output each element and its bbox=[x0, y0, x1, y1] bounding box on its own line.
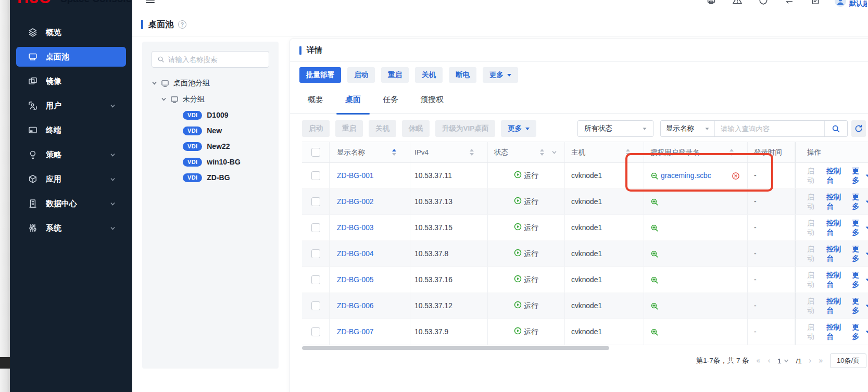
select-all-checkbox[interactable] bbox=[311, 148, 320, 157]
user-menu[interactable]: 默认超 bbox=[835, 0, 868, 8]
row-op-console[interactable]: 控制台 bbox=[826, 297, 845, 315]
alert-triangle-icon[interactable] bbox=[732, 0, 743, 5]
row-hibernate-button[interactable]: 休眠 bbox=[402, 120, 430, 137]
row-checkbox[interactable] bbox=[311, 197, 320, 206]
row-op-start[interactable]: 启动 bbox=[807, 167, 819, 185]
sort-icon[interactable] bbox=[626, 149, 630, 156]
sidebar-item-datacenter[interactable]: 数据中心 bbox=[16, 194, 126, 213]
row-op-console[interactable]: 控制台 bbox=[826, 271, 845, 289]
row-op-console[interactable]: 控制台 bbox=[826, 245, 845, 263]
tree-pool-item[interactable]: VDINew bbox=[142, 123, 279, 138]
collapse-users-icon[interactable] bbox=[650, 172, 659, 180]
row-op-more[interactable]: 更多 bbox=[852, 167, 868, 185]
tab-preauth[interactable]: 预授权 bbox=[420, 86, 444, 113]
status-filter-select[interactable]: 所有状态 bbox=[577, 120, 653, 137]
desktop-name-link[interactable]: ZD-BG-003 bbox=[337, 224, 374, 232]
row-op-start[interactable]: 启动 bbox=[807, 271, 819, 289]
filter-chevron-icon[interactable] bbox=[551, 149, 557, 155]
tree-node-group[interactable]: 未分组 bbox=[142, 91, 279, 107]
row-op-more[interactable]: 更多 bbox=[852, 323, 868, 342]
row-start-button[interactable]: 启动 bbox=[302, 120, 330, 137]
row-op-more[interactable]: 更多 bbox=[852, 297, 868, 315]
search-button[interactable] bbox=[824, 121, 847, 136]
sidebar-item-layers[interactable]: 概览 bbox=[16, 22, 126, 42]
shield-icon[interactable] bbox=[758, 0, 769, 5]
expand-users-icon[interactable] bbox=[650, 224, 659, 232]
sidebar-item-system[interactable]: 系统 bbox=[16, 218, 126, 238]
sort-icon[interactable] bbox=[392, 149, 396, 156]
refresh-button[interactable] bbox=[851, 120, 866, 137]
sidebar-item-app-cube[interactable]: 应用 bbox=[16, 169, 126, 189]
remove-user-icon[interactable] bbox=[732, 172, 740, 180]
tree-pool-item[interactable]: VDINew22 bbox=[142, 138, 279, 154]
help-icon[interactable]: ? bbox=[178, 20, 186, 29]
sidebar-item-terminal[interactable]: 终端 bbox=[16, 120, 126, 140]
row-op-more[interactable]: 更多 bbox=[852, 245, 868, 263]
tree-pool-item[interactable]: VDIZD-BG bbox=[142, 170, 279, 185]
upgrade-vip-button[interactable]: 升级为VIP桌面 bbox=[435, 120, 495, 137]
menu-collapse-icon[interactable] bbox=[146, 0, 155, 5]
row-op-more[interactable]: 更多 bbox=[852, 271, 868, 289]
expand-users-icon[interactable] bbox=[650, 250, 659, 258]
row-op-start[interactable]: 启动 bbox=[807, 323, 819, 342]
transfer-arrows-icon[interactable] bbox=[784, 0, 795, 5]
tree-search-input[interactable] bbox=[168, 56, 263, 64]
tree-node-root[interactable]: 桌面池分组 bbox=[142, 75, 279, 91]
row-checkbox[interactable] bbox=[311, 301, 320, 310]
sidebar-item-desktop-pool[interactable]: 桌面池 bbox=[16, 47, 126, 67]
shutdown-button[interactable]: 关机 bbox=[415, 67, 443, 83]
page-size-select[interactable]: 10条/页 bbox=[830, 353, 866, 368]
row-checkbox[interactable] bbox=[311, 327, 320, 336]
row-op-start[interactable]: 启动 bbox=[807, 297, 819, 315]
expand-users-icon[interactable] bbox=[650, 198, 659, 206]
row-op-more[interactable]: 更多 bbox=[852, 219, 868, 237]
tree-pool-item[interactable]: VDID1009 bbox=[142, 107, 279, 123]
desktop-name-link[interactable]: ZD-BG-001 bbox=[337, 172, 374, 180]
prev-page-button[interactable]: ‹ bbox=[768, 356, 771, 365]
tab-desktop[interactable]: 桌面 bbox=[345, 86, 361, 113]
chevron-down-icon[interactable] bbox=[152, 80, 157, 86]
tab-overview[interactable]: 概要 bbox=[308, 86, 323, 113]
row-shutdown-button[interactable]: 关机 bbox=[369, 120, 396, 137]
report-icon[interactable] bbox=[810, 0, 821, 5]
desktop-name-link[interactable]: ZD-BG-007 bbox=[337, 328, 374, 336]
sort-icon[interactable] bbox=[729, 149, 734, 156]
query-field-select[interactable]: 显示名称 bbox=[661, 121, 715, 136]
sidebar-item-image[interactable]: 镜像 bbox=[16, 71, 126, 91]
batch-deploy-button[interactable]: 批量部署 bbox=[299, 67, 341, 83]
horizontal-scrollbar[interactable] bbox=[302, 346, 609, 350]
row-op-console[interactable]: 控制台 bbox=[826, 219, 845, 237]
sort-icon[interactable] bbox=[470, 149, 474, 156]
expand-users-icon[interactable] bbox=[650, 302, 659, 310]
more-actions-button[interactable]: 更多 bbox=[483, 67, 518, 83]
tree-pool-item[interactable]: VDIwin10-BG bbox=[142, 154, 279, 170]
row-op-start[interactable]: 启动 bbox=[807, 219, 819, 237]
expand-users-icon[interactable] bbox=[650, 328, 659, 336]
row-op-more[interactable]: 更多 bbox=[852, 193, 868, 211]
row-op-console[interactable]: 控制台 bbox=[826, 193, 845, 211]
row-restart-button[interactable]: 重启 bbox=[335, 120, 363, 137]
query-input[interactable] bbox=[715, 121, 824, 136]
next-page-button[interactable]: › bbox=[809, 356, 812, 365]
power-off-button[interactable]: 断电 bbox=[449, 67, 476, 83]
first-page-button[interactable]: « bbox=[756, 356, 761, 365]
desktop-name-link[interactable]: ZD-BG-006 bbox=[337, 302, 374, 310]
row-op-start[interactable]: 启动 bbox=[807, 193, 819, 211]
sort-icon[interactable] bbox=[540, 149, 544, 156]
row-checkbox[interactable] bbox=[311, 249, 320, 258]
row-checkbox[interactable] bbox=[311, 171, 320, 180]
desktop-name-link[interactable]: ZD-BG-002 bbox=[337, 198, 374, 206]
expand-users-icon[interactable] bbox=[650, 276, 659, 284]
chevron-down-icon[interactable] bbox=[161, 96, 167, 102]
tab-tasks[interactable]: 任务 bbox=[383, 86, 398, 113]
row-checkbox[interactable] bbox=[311, 223, 320, 232]
desktop-name-link[interactable]: ZD-BG-005 bbox=[337, 276, 374, 284]
row-checkbox[interactable] bbox=[311, 275, 320, 284]
row-op-console[interactable]: 控制台 bbox=[826, 167, 845, 185]
desktop-name-link[interactable]: ZD-BG-004 bbox=[337, 250, 374, 258]
sidebar-item-user[interactable]: 用户 bbox=[16, 96, 126, 116]
last-page-button[interactable]: » bbox=[819, 356, 823, 365]
toolbar-more-button[interactable]: 更多 bbox=[501, 120, 536, 137]
auth-user-link[interactable]: graceming.scbc bbox=[661, 172, 711, 180]
row-op-console[interactable]: 控制台 bbox=[826, 323, 845, 342]
